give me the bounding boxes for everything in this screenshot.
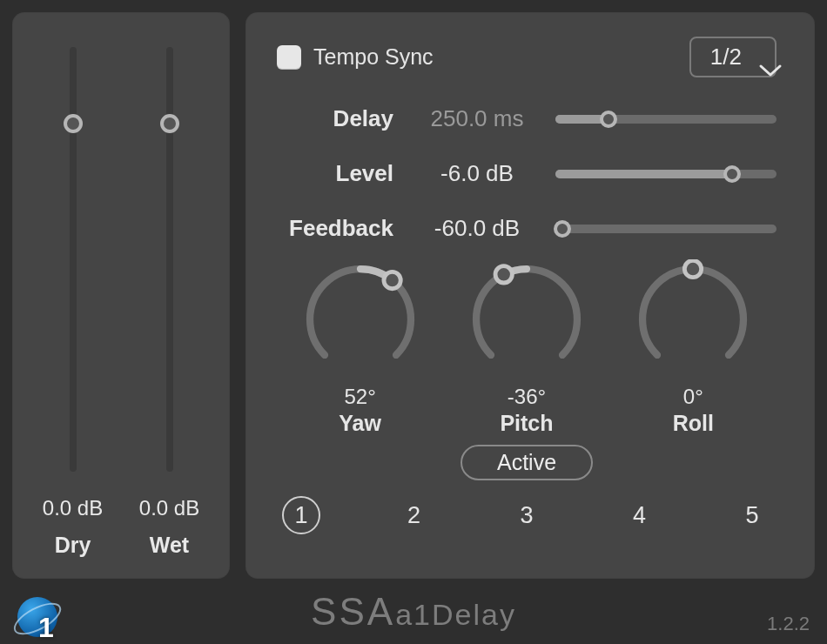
tap-1[interactable]: 1 (282, 496, 320, 534)
ratio-value: 1/2 (710, 44, 742, 70)
level-value: -6.0 dB (407, 160, 547, 187)
feedback-row: Feedback -60.0 dB (277, 215, 777, 242)
delay-value: 250.0 ms (407, 105, 547, 132)
dry-fader[interactable] (70, 47, 77, 472)
tap-2[interactable]: 2 (395, 496, 434, 534)
pitch-label: Pitch (500, 411, 553, 436)
wet-value: 0.0 dB (139, 496, 199, 520)
footer: 1 SSAa1Delay 1.2.2 (0, 579, 827, 644)
ratio-select[interactable]: 1/2 (689, 37, 777, 77)
feedback-label: Feedback (277, 215, 399, 242)
svg-point-2 (685, 260, 702, 277)
delay-slider-thumb[interactable] (600, 111, 617, 128)
level-slider[interactable] (555, 165, 777, 183)
level-slider-thumb[interactable] (723, 165, 741, 183)
feedback-slider[interactable] (555, 220, 777, 238)
feedback-slider-thumb[interactable] (554, 220, 571, 238)
wet-fader-thumb[interactable] (160, 114, 179, 133)
delay-label: Delay (277, 105, 399, 132)
svg-point-1 (495, 266, 512, 283)
delay-panel: Tempo Sync 1/2 Delay 250.0 ms Le (245, 12, 815, 579)
wet-fader[interactable] (166, 47, 173, 472)
tap-4[interactable]: 4 (621, 496, 659, 534)
version-label: 1.2.2 (767, 613, 810, 635)
mix-panel: 0.0 dB Dry 0.0 dB Wet (12, 12, 230, 579)
brand-sub: a1Delay (395, 598, 516, 631)
yaw-knob-col: 52° Yaw (286, 259, 434, 436)
tap-5[interactable]: 5 (733, 496, 771, 534)
pitch-value: -36° (508, 385, 546, 409)
svg-point-0 (384, 272, 400, 288)
delay-slider[interactable] (555, 111, 777, 128)
roll-knob-col: 0° Roll (619, 259, 767, 436)
brand: SSAa1Delay (311, 590, 516, 634)
dry-fader-col: 0.0 dB Dry (24, 30, 121, 558)
yaw-value: 52° (345, 385, 376, 409)
tempo-sync-label: Tempo Sync (313, 44, 434, 70)
brand-ssa: SSA (311, 590, 395, 633)
tempo-sync-group: Tempo Sync (277, 44, 434, 70)
level-row: Level -6.0 dB (277, 160, 777, 187)
yaw-label: Yaw (339, 411, 381, 436)
logo-badge: 1 (38, 612, 54, 644)
pitch-knob-col: -36° Pitch (453, 259, 601, 436)
feedback-value: -60.0 dB (407, 215, 547, 242)
dry-value: 0.0 dB (43, 496, 103, 520)
tap-3[interactable]: 3 (508, 496, 546, 534)
tempo-sync-checkbox[interactable] (277, 45, 301, 70)
roll-label: Roll (673, 411, 714, 436)
knob-row: 52° Yaw -36° Pitch 0° Roll (277, 259, 777, 436)
roll-knob[interactable] (633, 259, 753, 379)
dry-label: Dry (55, 533, 91, 558)
delay-row: Delay 250.0 ms (277, 105, 777, 132)
pitch-knob[interactable] (467, 259, 587, 379)
tap-row: 1 2 3 4 5 (277, 496, 777, 534)
wet-fader-col: 0.0 dB Wet (121, 30, 218, 558)
param-rows: Delay 250.0 ms Level -6.0 dB Feedback (277, 105, 777, 242)
wet-label: Wet (150, 533, 189, 558)
top-row: Tempo Sync 1/2 (277, 37, 777, 77)
active-button[interactable]: Active (461, 445, 593, 480)
level-label: Level (277, 160, 399, 187)
yaw-knob[interactable] (300, 259, 420, 379)
roll-value: 0° (683, 385, 703, 409)
dry-fader-thumb[interactable] (64, 114, 83, 133)
